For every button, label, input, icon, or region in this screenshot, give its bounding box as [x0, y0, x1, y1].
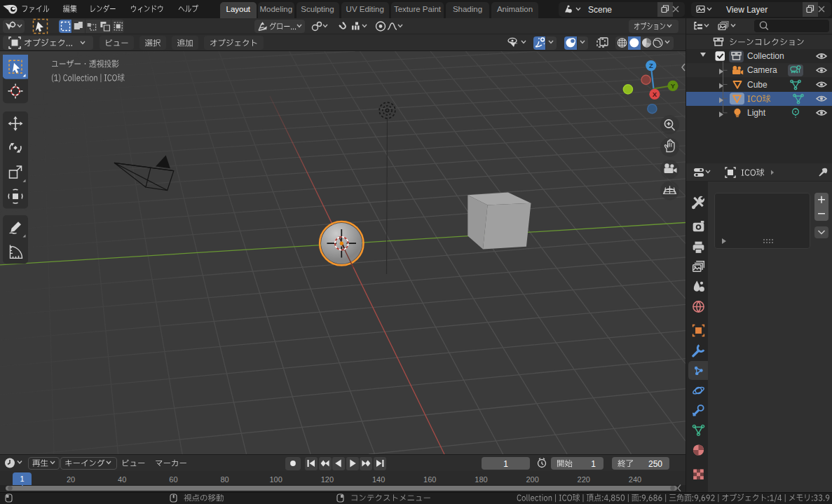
svg-text:Y: Y [671, 82, 676, 90]
svg-text:Z: Z [649, 62, 653, 69]
svg-text:X: X [653, 90, 657, 98]
